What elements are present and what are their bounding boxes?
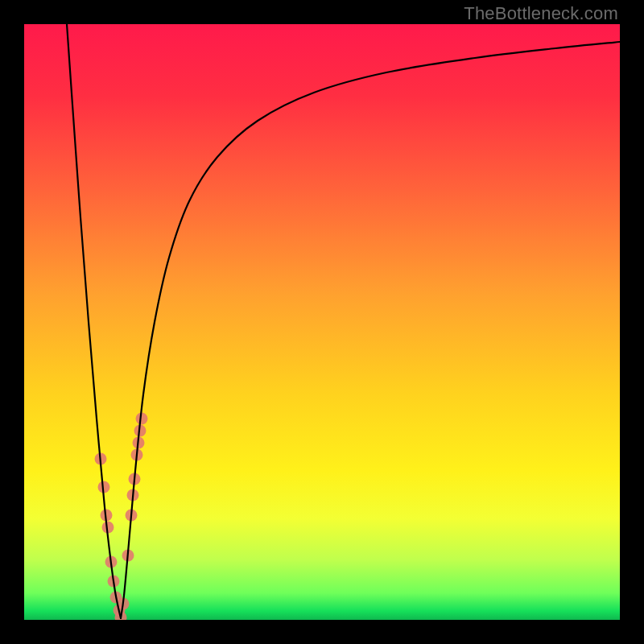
curve-right-branch <box>121 42 620 618</box>
data-point-markers <box>95 413 148 621</box>
plot-area <box>24 24 620 620</box>
chart-frame: TheBottleneck.com <box>0 0 644 644</box>
chart-overlay <box>24 24 620 620</box>
watermark-text: TheBottleneck.com <box>464 3 618 24</box>
